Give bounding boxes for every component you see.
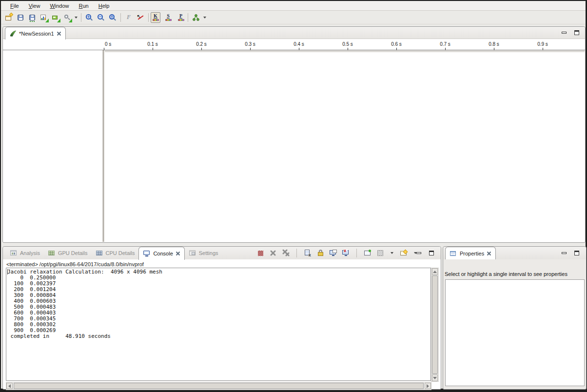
menu-window[interactable]: Window: [45, 2, 73, 10]
timeline-ruler: 0 s 0.1 s 0.2 s 0.3 s 0.4 s 0.5 s 0.6 s …: [3, 39, 585, 50]
new-session-icon: [5, 14, 13, 21]
goto-marker-button[interactable]: F: [123, 12, 135, 23]
settings-icon: [189, 250, 196, 256]
new-session-button[interactable]: [3, 12, 15, 23]
console-vertical-scrollbar[interactable]: [431, 268, 439, 382]
session-icon: [9, 30, 17, 37]
save-as-button[interactable]: [26, 12, 38, 23]
profile-chart-icon: [40, 14, 48, 21]
scroll-up-arrow[interactable]: [432, 268, 438, 275]
chevron-down-icon[interactable]: [203, 17, 206, 19]
tab-cpu-details[interactable]: CPU Details: [92, 247, 139, 259]
console-output-area[interactable]: Jacobi relaxation Calculation: 4096 x 40…: [6, 268, 431, 381]
tab-properties[interactable]: Properties: [445, 247, 496, 259]
process-icon: P: [179, 14, 182, 19]
scroll-lock-icon: [316, 249, 324, 257]
display-selected-console-button[interactable]: [376, 249, 384, 257]
editor-window-buttons: [562, 30, 579, 35]
tab-console[interactable]: Console: [138, 247, 184, 260]
remove-all-launches-button[interactable]: [282, 249, 290, 257]
scroll-right-arrow[interactable]: [425, 383, 431, 389]
minimize-icon[interactable]: [562, 252, 567, 254]
restore-zoom-button[interactable]: ±: [107, 12, 118, 23]
show-stderr-button[interactable]: [342, 249, 350, 257]
toolbar-separator: [356, 249, 357, 257]
console-horizontal-scrollbar[interactable]: [6, 382, 431, 390]
stream-mode-button[interactable]: S: [163, 12, 173, 23]
remove-icon: [270, 250, 276, 256]
scroll-left-arrow[interactable]: [6, 383, 13, 389]
remove-launch-button[interactable]: [269, 249, 277, 257]
scrollbar-thumb[interactable]: [14, 383, 424, 389]
timeline-row-labels-pane[interactable]: [3, 50, 102, 242]
console-toolbar: [256, 248, 418, 258]
show-stdout-button[interactable]: [329, 249, 337, 257]
tab-settings[interactable]: Settings: [185, 247, 222, 259]
zoom-out-button[interactable]: −: [95, 12, 107, 23]
run-search-button[interactable]: [61, 12, 73, 23]
guided-analysis-button[interactable]: [190, 12, 202, 23]
maximize-icon[interactable]: [574, 251, 579, 255]
gpu-details-icon: [48, 250, 56, 256]
remove-all-icon: [282, 249, 290, 257]
open-console-button[interactable]: [400, 249, 408, 257]
process-mode-button[interactable]: P: [176, 12, 186, 23]
terminate-button[interactable]: [256, 249, 264, 257]
ruler-ticks: 0 s 0.1 s 0.2 s 0.3 s 0.4 s 0.5 s 0.6 s …: [102, 39, 585, 50]
menu-help[interactable]: Help: [94, 2, 114, 10]
open-console-icon: [400, 249, 408, 257]
save-as-icon: [28, 14, 36, 21]
menu-view[interactable]: View: [24, 2, 45, 10]
menu-bar: File View Window Run Help: [1, 1, 586, 11]
menu-file[interactable]: File: [6, 2, 23, 10]
close-icon[interactable]: [487, 251, 491, 256]
maximize-icon[interactable]: [429, 251, 434, 255]
analysis-tree-icon: [192, 14, 200, 21]
scrollbar-thumb[interactable]: [432, 275, 438, 374]
close-icon[interactable]: [176, 251, 180, 256]
toolbar-separator: [148, 13, 149, 22]
scroll-down-arrow[interactable]: [432, 374, 438, 381]
zoom-in-button[interactable]: +: [83, 12, 95, 23]
reset-view-button[interactable]: ↖: [135, 12, 146, 23]
cpu-details-icon: [96, 250, 103, 256]
save-button[interactable]: [15, 12, 26, 23]
console-output-text: Jacobi relaxation Calculation: 4096 x 40…: [6, 268, 430, 339]
properties-panel: Properties Select or highlight a single …: [443, 246, 587, 390]
tab-gpu-details[interactable]: GPU Details: [44, 247, 92, 259]
marker-icon: F: [127, 14, 131, 21]
timeline-editor-panel: *NewSession1 0 s 0.1 s 0.2 s 0.3 s 0.4 s…: [2, 26, 586, 243]
timeline-canvas[interactable]: [105, 50, 585, 242]
clear-console-button[interactable]: [304, 249, 312, 257]
toolbar-separator: [120, 13, 121, 22]
console-icon: [143, 250, 151, 257]
kernel-mode-button[interactable]: K: [151, 12, 160, 23]
timeline-top-strip: [105, 50, 585, 52]
properties-icon: [450, 250, 457, 257]
toolbar-separator: [188, 13, 188, 22]
screenshot-icon: [52, 14, 59, 21]
profile-application-button[interactable]: [38, 12, 50, 23]
console-window-buttons: [416, 251, 434, 255]
text-cursor: [7, 269, 8, 274]
pane-divider[interactable]: [102, 50, 104, 242]
maximize-icon[interactable]: [574, 30, 579, 35]
editor-tab-strip: [3, 27, 585, 39]
capture-screenshot-button[interactable]: [50, 12, 61, 23]
chevron-down-icon[interactable]: [75, 17, 78, 19]
tab-analysis[interactable]: Analysis: [6, 247, 44, 259]
minimize-icon[interactable]: [416, 252, 421, 254]
toolbar-separator: [81, 13, 81, 22]
save-icon: [17, 14, 24, 21]
application-window: File View Window Run Help + − ± F ↖ K S …: [1, 1, 586, 389]
menu-run[interactable]: Run: [75, 2, 93, 10]
pin-console-button[interactable]: [364, 249, 372, 257]
minimize-icon[interactable]: [562, 32, 567, 34]
chevron-down-icon[interactable]: [391, 252, 393, 254]
main-toolbar: + − ± F ↖ K S P: [1, 11, 586, 24]
scroll-lock-button[interactable]: [316, 249, 324, 257]
close-icon[interactable]: [57, 31, 61, 36]
kernel-icon: K: [154, 14, 157, 19]
session-tab[interactable]: *NewSession1: [5, 27, 66, 39]
properties-tab-label: Properties: [460, 251, 484, 256]
